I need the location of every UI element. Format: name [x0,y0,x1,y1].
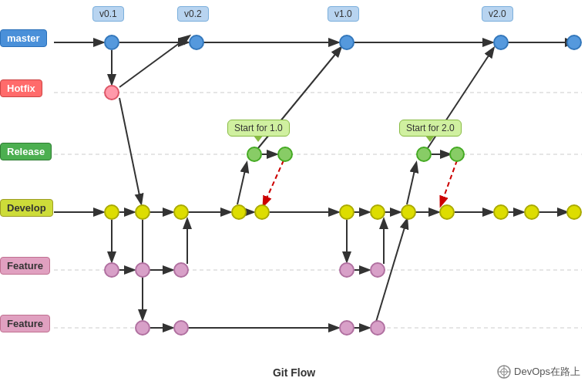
branch-label-feature2: Feature [0,315,50,332]
svg-line-25 [119,98,141,203]
watermark-icon [497,365,511,379]
git-flow-title: Git Flow [273,366,315,379]
svg-point-75 [340,321,354,335]
svg-point-76 [371,321,385,335]
git-flow-diagram [0,0,588,388]
watermark-text: DevOps在路上 [514,365,580,379]
svg-line-26 [237,164,247,204]
svg-point-57 [136,205,150,219]
svg-point-51 [105,86,119,100]
svg-point-49 [494,35,508,49]
svg-point-48 [340,35,354,49]
svg-point-73 [136,321,150,335]
svg-point-54 [417,147,431,161]
svg-point-58 [174,205,188,219]
svg-point-68 [105,263,119,277]
svg-point-63 [402,205,415,219]
callout-start-1.0: Start for 1.0 [227,120,290,137]
svg-point-74 [174,321,188,335]
svg-point-47 [190,35,203,49]
svg-point-53 [278,147,292,161]
diagram-container: v0.1 v0.2 v1.0 v2.0 master Hotfix Releas… [0,0,588,388]
svg-point-66 [525,205,539,219]
svg-point-56 [105,205,119,219]
svg-line-29 [264,160,284,205]
watermark: DevOps在路上 [497,365,580,379]
svg-point-71 [340,263,354,277]
svg-point-61 [340,205,354,219]
svg-point-64 [440,205,454,219]
callout-start-2.0: Start for 2.0 [399,120,462,137]
svg-point-59 [232,205,246,219]
branch-label-hotfix: Hotfix [0,79,42,97]
branch-label-feature1: Feature [0,257,50,275]
svg-line-33 [441,160,457,205]
branch-label-master: master [0,29,47,47]
svg-point-65 [494,205,508,219]
svg-line-30 [407,164,416,204]
svg-point-62 [371,205,385,219]
svg-point-60 [255,205,269,219]
branch-label-release: Release [0,143,52,160]
svg-point-52 [247,147,261,161]
svg-point-67 [567,205,581,219]
svg-point-46 [105,35,119,49]
svg-point-69 [136,263,150,277]
svg-point-72 [371,263,385,277]
svg-point-70 [174,263,188,277]
branch-label-develop: Develop [0,199,53,217]
svg-line-24 [119,36,189,87]
svg-point-50 [567,35,581,49]
svg-point-55 [450,147,464,161]
